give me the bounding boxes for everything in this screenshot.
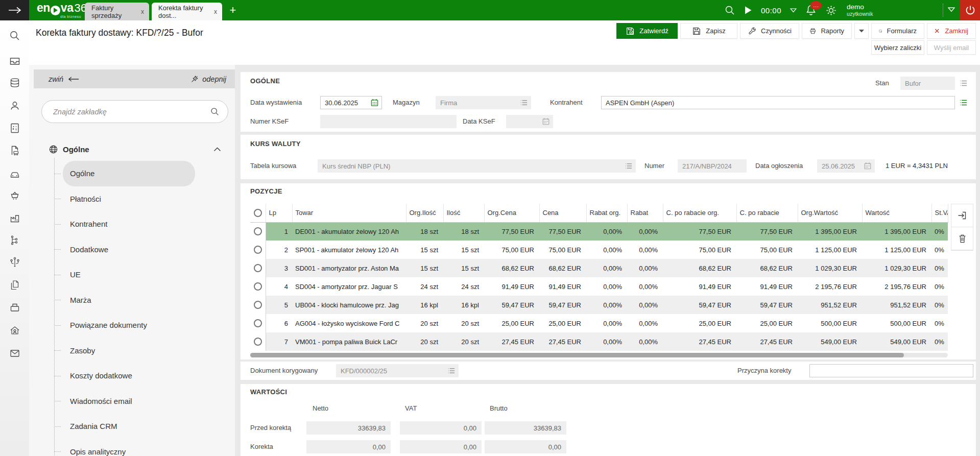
- table-row[interactable]: 3SD001 - amortyzator prz. Aston Ma15 szt…: [250, 259, 948, 277]
- column-header[interactable]: Ilość: [443, 204, 484, 222]
- topbar-chevron-icon[interactable]: [948, 7, 955, 12]
- column-header[interactable]: Wartość: [862, 204, 931, 222]
- stan-picker-icon[interactable]: [959, 79, 968, 88]
- unpin-panel-button[interactable]: odepnij: [190, 75, 226, 83]
- sidebar-item-zadania-crm[interactable]: Zadania CRM: [63, 414, 195, 439]
- send-email-button[interactable]: Wyślij email: [927, 40, 976, 55]
- column-header[interactable]: Towar: [292, 204, 406, 222]
- column-header[interactable]: St.VAT: [931, 204, 948, 222]
- column-header[interactable]: Org.Cena: [484, 204, 539, 222]
- form-button[interactable]: Formularz: [871, 23, 924, 39]
- logout-power-button[interactable]: [960, 0, 980, 20]
- correction-reason-field[interactable]: [809, 364, 973, 377]
- row-radio-button[interactable]: [254, 282, 262, 291]
- delete-row-button[interactable]: [951, 227, 973, 250]
- column-header[interactable]: Org.Wartość: [798, 204, 862, 222]
- search-module-icon[interactable]: [9, 30, 21, 42]
- trade-document-icon[interactable]: [9, 145, 21, 157]
- notifications-button[interactable]: ...: [805, 4, 817, 16]
- table-row[interactable]: 6AG004 - łożysko wyciskowe Ford C20 szt2…: [250, 314, 948, 332]
- contractor-picker-icon[interactable]: [959, 98, 968, 107]
- search-icon[interactable]: [724, 5, 735, 16]
- table-row[interactable]: 4SD004 - amortyzator prz. Jaguar S24 szt…: [250, 277, 948, 296]
- row-radio-button[interactable]: [254, 246, 262, 254]
- close-button[interactable]: Zamknij: [927, 23, 976, 39]
- calendar-icon[interactable]: [370, 99, 379, 107]
- column-header[interactable]: Cena: [539, 204, 586, 222]
- row-radio-button[interactable]: [254, 227, 262, 235]
- table-row[interactable]: 2SP001 - akumulator żelowy 120 Ah15 szt1…: [250, 241, 948, 259]
- table-row[interactable]: 5UB004 - klocki hamulcowe prz. Jag16 kpl…: [250, 296, 948, 314]
- sidebar-item-kontrahent[interactable]: Kontrahent: [63, 211, 195, 237]
- scrollbar-thumb[interactable]: [250, 353, 904, 357]
- contractor-field[interactable]: ASPEN GmbH (Aspen): [601, 96, 955, 109]
- home-contact-icon[interactable]: [9, 324, 21, 337]
- find-tab-search[interactable]: [41, 100, 228, 123]
- integrations-icon[interactable]: [9, 256, 21, 269]
- tab-faktury-sprzedazy[interactable]: Faktury sprzedaży x: [85, 3, 149, 20]
- inbox-icon[interactable]: [9, 55, 21, 67]
- shopping-cart-icon[interactable]: [9, 189, 21, 202]
- sidebar-item-opis-analityczny[interactable]: Opis analityczny: [63, 439, 195, 456]
- find-tab-input[interactable]: [53, 108, 210, 116]
- sidebar-item-marża[interactable]: Marża: [63, 287, 195, 313]
- column-header[interactable]: Rabat org.: [586, 204, 627, 222]
- menu-expand-button[interactable]: [0, 0, 29, 20]
- column-header[interactable]: C. po rabacie org.: [663, 204, 736, 222]
- row-radio-button[interactable]: [254, 264, 262, 272]
- sidebar-item-dodatkowe[interactable]: Dodatkowe: [63, 237, 195, 262]
- correction-reason-input[interactable]: [814, 367, 969, 375]
- header-radio-button[interactable]: [254, 209, 262, 217]
- printer-tray-icon[interactable]: [9, 301, 21, 314]
- sidebar-item-płatności[interactable]: Płatności: [63, 186, 195, 212]
- contacts-icon[interactable]: [9, 100, 21, 112]
- relations-tree-icon[interactable]: [9, 234, 21, 247]
- issue-date-field[interactable]: 30.06.2025: [320, 96, 382, 109]
- production-icon[interactable]: [9, 212, 21, 224]
- collapse-panel-button[interactable]: zwiń: [49, 75, 79, 83]
- documents-icon[interactable]: [9, 279, 21, 291]
- column-header[interactable]: Org.Ilość: [406, 204, 443, 222]
- corrected-doc-picker-icon[interactable]: [447, 367, 456, 375]
- row-radio-button[interactable]: [254, 338, 262, 346]
- warehouse-picker-icon[interactable]: [519, 99, 528, 107]
- choose-advances-button[interactable]: Wybierz zaliczki: [871, 40, 924, 55]
- row-radio-button[interactable]: [254, 301, 262, 309]
- tab-close-icon[interactable]: x: [209, 8, 217, 15]
- email-icon[interactable]: [9, 347, 21, 359]
- save-button[interactable]: Zapisz: [680, 23, 737, 39]
- tab-close-icon[interactable]: x: [136, 8, 144, 15]
- sidebar-item-wiadomości-email[interactable]: Wiadomości email: [63, 389, 195, 414]
- sidebar-item-zasoby[interactable]: Zasoby: [63, 338, 195, 364]
- play-icon[interactable]: [744, 6, 752, 15]
- goto-row-button[interactable]: [951, 204, 973, 227]
- chevron-up-icon[interactable]: [213, 147, 221, 152]
- table-cell: 0%: [931, 332, 948, 351]
- column-header[interactable]: Rabat: [627, 204, 663, 222]
- column-header[interactable]: C. po rabacie: [736, 204, 798, 222]
- vehicle-icon[interactable]: [9, 167, 21, 180]
- table-row[interactable]: 7VM001 - pompa paliwa Buick LaCr20 szt20…: [250, 332, 948, 351]
- tab-korekta-faktury[interactable]: Korekta faktury dost... x: [152, 3, 222, 20]
- sidebar-item-koszty-dodatkowe[interactable]: Koszty dodatkowe: [63, 363, 195, 389]
- table-row[interactable]: 1DE001 - akumulator żelowy 120 Ah18 szt1…: [250, 222, 948, 241]
- new-tab-button[interactable]: +: [227, 4, 239, 16]
- nav-group-ogolne[interactable]: Ogólne: [49, 141, 228, 157]
- column-header[interactable]: Lp: [266, 204, 292, 222]
- gear-icon[interactable]: [825, 5, 837, 16]
- calculator-icon[interactable]: [9, 122, 21, 134]
- approve-button[interactable]: Zatwierdź: [616, 23, 678, 39]
- reports-button[interactable]: Raporty: [802, 23, 852, 39]
- database-icon[interactable]: [9, 77, 21, 89]
- sidebar-item-powiązane-dokumenty[interactable]: Powiązane dokumenty: [63, 313, 195, 338]
- currency-table-picker-icon[interactable]: [624, 162, 633, 171]
- actions-button[interactable]: Czynności: [740, 23, 799, 39]
- row-radio-button[interactable]: [254, 319, 262, 327]
- reports-dropdown-button[interactable]: [854, 23, 869, 39]
- timer-chevron-icon[interactable]: [790, 8, 797, 13]
- user-menu[interactable]: demo uzytkownik: [847, 4, 873, 17]
- sidebar-item-ogólne[interactable]: Ogólne: [63, 161, 195, 186]
- sidebar-item-ue[interactable]: UE: [63, 262, 195, 287]
- calendar-icon: [864, 162, 872, 170]
- timer[interactable]: 00:00: [761, 6, 781, 15]
